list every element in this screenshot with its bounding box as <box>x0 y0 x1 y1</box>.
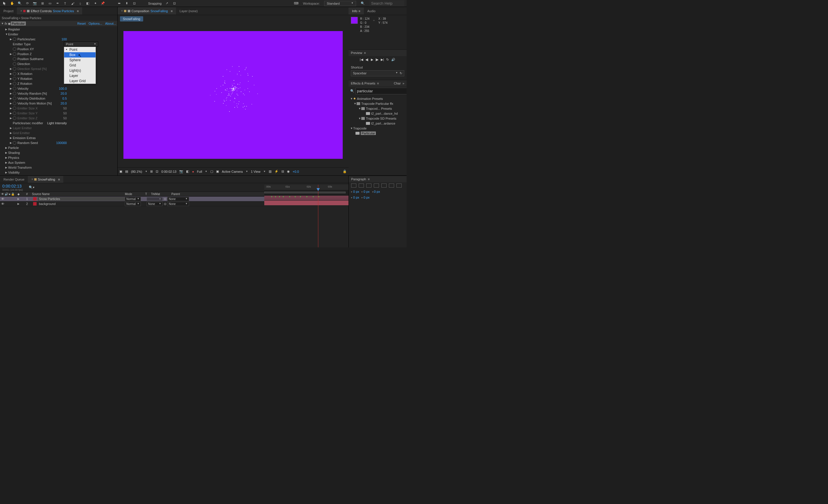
indent-right-input[interactable]: ◂0 px <box>372 190 380 193</box>
color-mgmt-icon[interactable]: ● <box>192 170 194 173</box>
loop-button[interactable]: ↻ <box>386 58 389 61</box>
shading-group[interactable]: ▶Shading <box>0 150 117 155</box>
layer-color-swatch[interactable] <box>33 202 37 206</box>
hand-tool-icon[interactable]: ✋ <box>10 1 14 6</box>
audio-col-icon[interactable]: 🔊 <box>5 193 8 196</box>
visibility-group[interactable]: ▶Visibility <box>0 170 117 175</box>
popup-option-layer[interactable]: Layer <box>64 73 95 78</box>
popup-option-grid[interactable]: Grid <box>64 63 95 68</box>
pickwhip-icon[interactable]: ⊙ <box>163 197 167 201</box>
close-icon[interactable]: × <box>20 9 22 12</box>
axis-world-icon[interactable]: ⬍ <box>124 1 129 6</box>
stopwatch-icon[interactable] <box>13 101 16 105</box>
alpha-icon[interactable]: ▣ <box>119 170 122 173</box>
exposure-value[interactable]: +0.0 <box>293 170 299 173</box>
clone-tool-icon[interactable]: ⎀ <box>78 1 82 6</box>
search-icon[interactable]: 🔍 <box>361 1 365 6</box>
tree-anim-presets[interactable]: ▼★Animation Presets <box>348 96 407 101</box>
composition-viewer[interactable] <box>118 23 348 167</box>
position-subframe-prop[interactable]: Position Subframe <box>0 56 117 61</box>
search-icon[interactable]: 🔍▾ <box>29 185 35 189</box>
type-tool-icon[interactable]: T <box>63 1 68 6</box>
tree-trapcode-ffx[interactable]: ▼Trapcode Particular ffx <box>348 101 407 106</box>
align-center-icon[interactable] <box>359 183 364 187</box>
emitter-type-prop[interactable]: Emitter Type Point▼ <box>0 42 117 46</box>
next-frame-button[interactable]: |▶ <box>375 58 379 61</box>
render-queue-tab[interactable]: Render Queue <box>0 176 28 183</box>
char-tab[interactable]: Char <box>394 82 401 85</box>
popup-option-point[interactable]: Point <box>64 47 95 52</box>
puppet-tool-icon[interactable]: 📌 <box>100 1 105 6</box>
stopwatch-icon[interactable] <box>13 52 16 56</box>
align-right-icon[interactable] <box>366 183 371 187</box>
justify-left-icon[interactable] <box>374 183 379 187</box>
flowchart-icon[interactable]: ◉ <box>287 170 290 173</box>
twirl-icon[interactable]: ▶ <box>17 202 20 205</box>
mute-button[interactable]: 🔊 <box>391 58 395 61</box>
stopwatch-icon[interactable] <box>13 97 16 100</box>
indent-left-input[interactable]: ▸0 px <box>351 190 359 193</box>
rotate-tool-icon[interactable]: ⟳ <box>25 1 30 6</box>
stopwatch-icon[interactable] <box>13 87 16 90</box>
mode-select[interactable]: Normal▼ <box>125 197 141 201</box>
timeline-graph[interactable]: :00s 01s 02s 03s <box>264 185 348 247</box>
pen-tool-icon[interactable]: ✒ <box>55 1 60 6</box>
audio-tab[interactable]: Audio <box>364 7 379 14</box>
search-help-input[interactable] <box>369 0 404 6</box>
panel-menu-icon[interactable]: ≡ <box>364 51 366 54</box>
panel-menu-icon[interactable]: ≡ <box>358 9 360 13</box>
reset-link[interactable]: Reset <box>77 22 86 25</box>
eraser-tool-icon[interactable]: ◧ <box>85 1 90 6</box>
layer-color-swatch[interactable] <box>33 197 37 201</box>
timecode-display[interactable]: 0:00:02:13 <box>161 170 176 173</box>
prev-frame-button[interactable]: ◀| <box>365 58 369 61</box>
eye-icon[interactable]: 👁 <box>1 202 4 206</box>
physics-group[interactable]: ▶Physics <box>0 155 117 160</box>
zoom-tool-icon[interactable]: 🔍 <box>17 1 22 6</box>
close-icon[interactable]: × <box>31 178 33 181</box>
axis-view-icon[interactable]: ⊡ <box>132 1 136 6</box>
z-rotation-prop[interactable]: ▶Z Rotation <box>0 81 117 86</box>
lock-icon[interactable]: 🔒 <box>343 170 347 173</box>
lock-col-icon[interactable]: 🔒 <box>11 193 14 196</box>
label-col-icon[interactable]: ◆ <box>17 193 20 196</box>
project-tab[interactable]: Project <box>0 7 17 14</box>
justify-right-icon[interactable] <box>389 183 394 187</box>
psec-modifier-prop[interactable]: Particles/sec modifierLight Intensity <box>0 121 117 125</box>
layer-tab[interactable]: Layer (none) <box>176 7 201 14</box>
axis-local-icon[interactable]: ⬌ <box>117 1 121 6</box>
brush-tool-icon[interactable]: 🖌 <box>70 1 75 6</box>
keyboard-icon[interactable]: ⌨ <box>294 1 298 6</box>
first-frame-button[interactable]: |◀ <box>360 58 363 61</box>
stopwatch-icon[interactable] <box>13 141 16 144</box>
zoom-value[interactable]: (80.1%) <box>131 170 142 173</box>
tree-trapcod-presets[interactable]: ▼Trapcod... Presets <box>348 106 407 111</box>
pixel-aspect-icon[interactable]: ▥ <box>268 170 272 173</box>
stopwatch-icon[interactable] <box>13 82 16 85</box>
res-icon[interactable]: ⊞ <box>150 170 153 173</box>
popup-option-lights[interactable]: Light(s) <box>64 68 95 73</box>
tree-preset-ardance[interactable]: t2_part...ardance <box>348 121 407 126</box>
breadcrumb-pill[interactable]: SnowFalling <box>120 16 143 22</box>
emitter-size-y-prop[interactable]: ▶Emitter Size Y50 <box>0 111 117 116</box>
panel-menu-icon[interactable]: ≡ <box>171 9 172 13</box>
info-tab[interactable]: Info ≡ <box>348 7 364 14</box>
x-rotation-prop[interactable]: ▶X Rotation <box>0 71 117 76</box>
y-rotation-prop[interactable]: ▶Y Rotation <box>0 76 117 81</box>
emission-extras-group[interactable]: ▶Emission Extras <box>0 135 117 140</box>
effects-search-input[interactable] <box>356 88 407 94</box>
emitter-type-dropdown[interactable]: Point▼ <box>64 42 98 46</box>
emitter-group[interactable]: ▼Emitter <box>0 32 117 37</box>
emitter-size-z-prop[interactable]: ▶Emitter Size Z50 <box>0 116 117 121</box>
timeline-ruler[interactable]: :00s 01s 02s 03s <box>264 185 348 190</box>
pickwhip-icon[interactable]: ⊙ <box>163 202 167 206</box>
twirl-icon[interactable]: ▼ <box>1 22 4 25</box>
snapshot-icon[interactable]: 📷 <box>179 170 183 173</box>
stopwatch-icon[interactable] <box>13 116 16 120</box>
solo-col-icon[interactable]: ● <box>9 193 10 196</box>
channel2-icon[interactable]: ◧ <box>186 170 189 173</box>
mode-select[interactable]: Normal▼ <box>125 202 141 206</box>
trkmat-select[interactable]: None▼ <box>147 202 163 206</box>
channel-icon[interactable]: ▤ <box>125 170 128 173</box>
tree-particular[interactable]: Particular <box>348 131 407 136</box>
